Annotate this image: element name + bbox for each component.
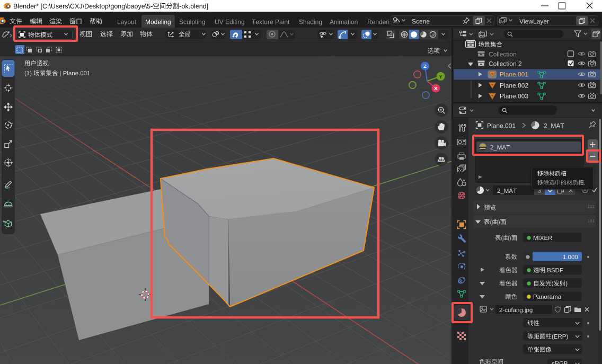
svg-text:X: X [434, 85, 438, 91]
svg-text:Z: Z [423, 63, 427, 69]
svg-text:Y: Y [439, 74, 442, 79]
